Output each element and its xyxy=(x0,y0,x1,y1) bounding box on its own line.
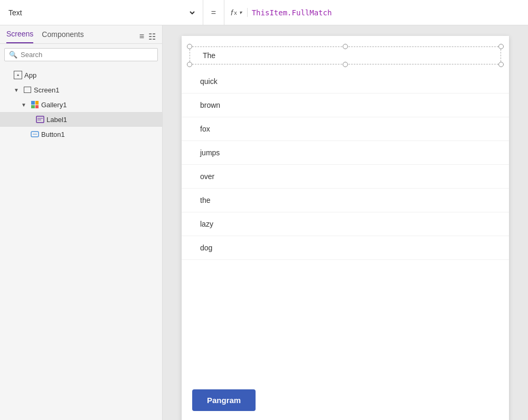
tree-item-screen1[interactable]: ▼ Screen1 xyxy=(0,82,162,97)
canvas-area: The quick brown fox jumps over the lazy … xyxy=(163,25,528,420)
property-select[interactable]: Text xyxy=(6,8,196,17)
button-container: Pangram xyxy=(192,389,256,411)
pangram-button[interactable]: Pangram xyxy=(192,389,256,411)
equals-sign: = xyxy=(203,0,224,25)
gallery-icon xyxy=(31,100,39,109)
top-bar: Text = fx ▾ ThisItem.FullMatch xyxy=(0,0,528,25)
main-content: Screens Components ≡ ☷ 🔍 + App xyxy=(0,25,528,420)
gallery-list-item-6: the xyxy=(182,189,509,212)
expand-arrow-gallery1: ▼ xyxy=(21,102,29,108)
handle-br xyxy=(498,62,504,67)
tree-label-app: App xyxy=(24,71,158,79)
handle-bm xyxy=(343,62,348,67)
grid-view-icon[interactable]: ☷ xyxy=(148,32,156,42)
formula-expression: ThisItem.FullMatch xyxy=(252,8,332,17)
search-input[interactable] xyxy=(21,51,153,59)
gallery-list-item-8: dog xyxy=(182,236,509,260)
search-icon: 🔍 xyxy=(9,51,17,59)
tree-label-gallery1: Gallery1 xyxy=(41,101,158,109)
app-icon: + xyxy=(14,71,22,79)
tree-area: + App ▼ Screen1 ▼ xyxy=(0,66,162,420)
gallery-list-item-5: over xyxy=(182,165,509,189)
fx-button[interactable]: fx ▾ xyxy=(231,8,248,17)
tree-item-button1[interactable]: Button1 xyxy=(0,127,162,142)
handle-bl xyxy=(187,62,192,67)
handle-tl xyxy=(187,44,192,49)
screen-icon xyxy=(23,86,32,94)
gallery-item-text-0: The xyxy=(201,51,215,60)
sidebar: Screens Components ≡ ☷ 🔍 + App xyxy=(0,25,163,420)
gallery-item-selected[interactable]: The xyxy=(190,46,501,64)
gallery-list-item-3: fox xyxy=(182,117,509,141)
tree-label-label1: Label1 xyxy=(46,116,158,124)
gallery-list-item-2: brown xyxy=(182,94,509,117)
tree-item-label1[interactable]: Label1 xyxy=(0,112,162,127)
handle-tr xyxy=(498,44,504,49)
handle-tm xyxy=(343,44,348,49)
tree-item-gallery1[interactable]: ▼ Gallery1 xyxy=(0,97,162,112)
tree-item-app[interactable]: + App xyxy=(0,68,162,82)
gallery-list-item-4: jumps xyxy=(182,141,509,165)
tab-screens[interactable]: Screens xyxy=(6,30,33,43)
sidebar-tab-icons: ≡ ☷ xyxy=(139,32,156,42)
gallery-list-item-7: lazy xyxy=(182,212,509,236)
svg-rect-0 xyxy=(36,116,44,123)
gallery-list-item-1: quick xyxy=(182,70,509,94)
expand-arrow-screen1: ▼ xyxy=(14,87,21,93)
search-box[interactable]: 🔍 xyxy=(4,48,158,61)
formula-bar: fx ▾ ThisItem.FullMatch xyxy=(224,0,528,25)
tree-label-button1: Button1 xyxy=(41,130,158,138)
phone-frame: The quick brown fox jumps over the lazy … xyxy=(182,36,509,420)
tab-components[interactable]: Components xyxy=(42,30,83,43)
tree-label-screen1: Screen1 xyxy=(34,86,158,94)
list-view-icon[interactable]: ≡ xyxy=(139,32,144,41)
label-icon xyxy=(36,115,44,124)
property-dropdown[interactable]: Text xyxy=(0,0,203,25)
sidebar-tabs: Screens Components ≡ ☷ xyxy=(0,25,162,44)
gallery-container: The quick brown fox jumps over the lazy … xyxy=(182,36,509,265)
button-icon xyxy=(31,130,39,138)
